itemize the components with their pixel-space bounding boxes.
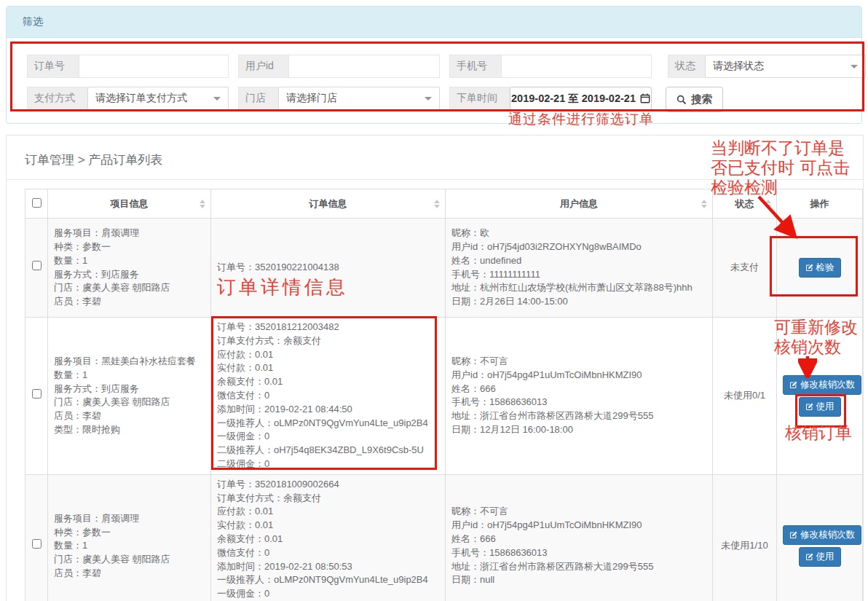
use-button[interactable]: 使用	[799, 547, 841, 567]
header-project-info[interactable]: 项目信息	[48, 189, 211, 219]
info-line: 订单号：3520181009002664	[217, 478, 439, 492]
order-time-range-picker[interactable]: 2019-02-21 至 2019-02-21	[510, 87, 652, 110]
info-line: 余额支付：0.01	[217, 375, 439, 389]
orders-table: 项目信息 订单信息 用户信息 状态	[25, 189, 863, 601]
user-info-cell: 昵称：欧用户id：oH7j54jd03i2RZOHXYNg8wBAIMDo姓名：…	[446, 219, 713, 318]
edit-icon	[805, 264, 813, 272]
info-line: 用户id：oH7j54pg4P1uUmTcOiMbnHKMZI90	[451, 369, 706, 382]
store-label: 门店	[238, 87, 278, 110]
info-line: 实付款：0.01	[217, 519, 439, 533]
info-line: 用户id：oH7j54pg4P1uUmTcOiMbnHKMZI90	[451, 519, 706, 533]
info-line: 服务方式：到店服务	[54, 382, 205, 396]
user-id-label: 用户id	[238, 55, 288, 78]
status-label: 状态	[668, 55, 705, 78]
info-line: 一级推荐人：oLMPz0NT9QgVmYun4Lte_u9ip2B4	[217, 417, 439, 431]
info-line: 日期：null	[451, 573, 706, 587]
calendar-icon	[640, 93, 650, 103]
info-line: 日期：12月12日 16:00-18:00	[451, 423, 706, 437]
info-line: 余额支付：0.01	[217, 533, 439, 546]
header-action: 操作	[777, 189, 863, 219]
info-line: 服务方式：到店服务	[54, 268, 205, 282]
project-info-cell: 服务项目：肩颈调理种类：参数一数量：1服务方式：到店服务门店：虞美人美容 朝阳路…	[48, 219, 211, 318]
info-line: 应付款：0.01	[217, 348, 439, 362]
sort-icon[interactable]	[765, 200, 771, 208]
info-line: 地址：杭州市红山农场学校(杭州市萧山区文萃路88号)hhh	[451, 281, 706, 295]
info-line: 用户id：oH7j54jd03i2RZOHXYNg8wBAIMDo	[451, 240, 706, 254]
row-checkbox-cell	[25, 318, 48, 475]
select-all-checkbox[interactable]	[32, 198, 42, 208]
info-line: 服务项目：黑娃美白补水祛痘套餐	[54, 355, 205, 369]
info-line: 数量：1	[54, 369, 205, 382]
info-line: 数量：1	[54, 539, 205, 553]
order-admin-page: 筛选 订单号 用户id 手机号 状态 请选择状态 支付方式 请选择订单支付方式	[0, 0, 868, 601]
info-line: 姓名：666	[451, 533, 706, 546]
info-line: 店员：李碧	[54, 409, 205, 423]
breadcrumb: 订单管理 > 产品订单列表	[7, 135, 863, 180]
action-cell: 修改核销次数 使用	[777, 474, 863, 601]
info-line: 一级佣金：0	[217, 587, 439, 601]
user-info-cell: 昵称：不可言用户id：oH7j54pg4P1uUmTcOiMbnHKMZI90姓…	[446, 318, 713, 475]
pay-method-select-value: 请选择订单支付方式	[95, 92, 187, 105]
info-line: 门店：虞美人美容 朝阳路店	[54, 553, 205, 567]
info-line: 订单号：3520181212003482	[217, 321, 439, 334]
row-checkbox[interactable]	[32, 261, 42, 270]
status-cell: 未支付	[713, 219, 777, 318]
verify-button[interactable]: 检验	[799, 258, 841, 278]
order-no-input[interactable]	[79, 55, 229, 78]
info-line: 类型：限时抢购	[54, 423, 205, 437]
pay-method-select[interactable]: 请选择订单支付方式	[87, 87, 229, 110]
search-button[interactable]: 搜索	[666, 87, 723, 112]
info-line: 日期：2月26日 14:00-15:00	[451, 295, 706, 309]
info-line: 门店：虞美人美容 朝阳路店	[54, 281, 205, 295]
modify-verify-count-button[interactable]: 修改核销次数	[783, 375, 861, 395]
user-id-field-group: 用户id	[238, 55, 440, 78]
project-info-cell: 服务项目：黑娃美白补水祛痘套餐数量：1服务方式：到店服务门店：虞美人美容 朝阳路…	[48, 318, 211, 475]
info-line: 数量：1	[54, 254, 205, 268]
info-line: 门店：虞美人美容 朝阳路店	[54, 396, 205, 409]
pay-method-field-group: 支付方式 请选择订单支付方式	[27, 87, 229, 110]
caret-down-icon	[425, 97, 432, 101]
info-line: 二级推荐人：oH7j54q8EK34ZBD_L9X6t9Csb-5U	[217, 444, 439, 457]
status-select[interactable]: 请选择状态	[705, 55, 866, 78]
store-select-value: 请选择门店	[286, 92, 337, 105]
header-status[interactable]: 状态	[713, 189, 777, 219]
info-line: 种类：参数一	[54, 526, 205, 540]
order-no-field-group: 订单号	[27, 55, 229, 78]
edit-icon	[805, 403, 813, 411]
user-info-cell: 昵称：不可言用户id：oH7j54pg4P1uUmTcOiMbnHKMZI90姓…	[446, 474, 713, 601]
info-line: 姓名：666	[451, 382, 706, 396]
order-time-label: 下单时间	[449, 87, 510, 110]
header-order-info[interactable]: 订单信息	[211, 189, 446, 219]
info-line: 订单支付方式：余额支付	[217, 334, 439, 348]
status-select-value: 请选择状态	[713, 60, 764, 73]
info-line: 添加时间：2019-02-21 08:44:50	[217, 403, 439, 417]
info-line: 手机号：15868636013	[451, 546, 706, 560]
sort-icon[interactable]	[434, 200, 440, 208]
store-field-group: 门店 请选择门店	[238, 87, 440, 110]
info-line: 订单支付方式：余额支付	[217, 492, 439, 506]
info-line: 服务项目：肩颈调理	[54, 227, 205, 240]
order-time-value: 2019-02-21 至 2019-02-21	[511, 92, 636, 106]
phone-field-group: 手机号	[449, 55, 652, 78]
table-row: 服务项目：肩颈调理种类：参数一数量：1门店：虞美人美容 朝阳路店店员：李碧 订单…	[25, 474, 863, 601]
use-button[interactable]: 使用	[799, 397, 841, 417]
sort-icon[interactable]	[200, 200, 205, 208]
search-icon	[676, 95, 687, 105]
row-checkbox[interactable]	[32, 389, 42, 398]
header-user-info[interactable]: 用户信息	[446, 189, 713, 219]
store-select[interactable]: 请选择门店	[278, 87, 440, 110]
info-line: 姓名：undefined	[451, 254, 706, 268]
filter-panel: 筛选 订单号 用户id 手机号 状态 请选择状态 支付方式 请选择订单支付方式	[6, 6, 862, 124]
user-id-input[interactable]	[288, 55, 440, 78]
order-info-cell: 订单号：3520181212003482订单支付方式：余额支付应付款：0.01实…	[211, 318, 446, 475]
filter-panel-title: 筛选	[7, 7, 861, 38]
info-line: 昵称：不可言	[451, 355, 706, 369]
action-cell: 检验	[777, 219, 863, 318]
phone-input[interactable]	[501, 55, 652, 78]
sort-icon[interactable]	[701, 200, 707, 208]
modify-verify-count-button[interactable]: 修改核销次数	[783, 525, 861, 545]
pay-method-label: 支付方式	[27, 87, 87, 110]
info-line: 地址：浙江省台州市路桥区西路桥大道299号555	[451, 409, 706, 423]
row-checkbox[interactable]	[32, 539, 42, 549]
search-button-label: 搜索	[691, 93, 712, 106]
